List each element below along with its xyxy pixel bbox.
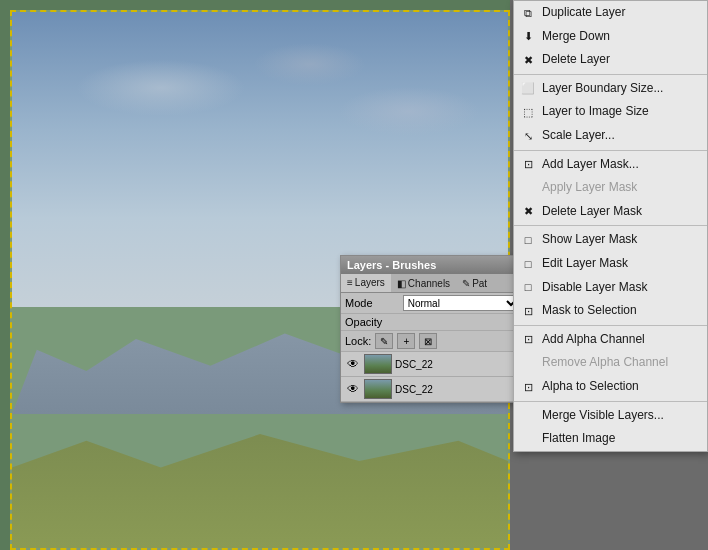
paths-tab-label: Pat [472, 278, 487, 289]
menu-separator [514, 401, 707, 402]
layers-panel: Layers - Brushes ≡ Layers ◧ Channels ✎ P… [340, 255, 525, 403]
menu-item-delete-layer[interactable]: ✖Delete Layer [514, 48, 707, 72]
menu-item-delete-layer-mask[interactable]: ✖Delete Layer Mask [514, 200, 707, 224]
layers-tabs: ≡ Layers ◧ Channels ✎ Pat [341, 274, 524, 293]
menu-separator [514, 225, 707, 226]
menu-item-remove-alpha-channel: Remove Alpha Channel [514, 351, 707, 375]
layer-1-visibility-icon[interactable]: 👁 [345, 356, 361, 372]
menu-separator [514, 325, 707, 326]
delete-layer-mask-label: Delete Layer Mask [542, 204, 642, 220]
mode-row: Mode Normal Multiply Screen [341, 293, 524, 314]
add-layer-mask-icon: ⊡ [520, 156, 536, 172]
menu-item-duplicate-layer[interactable]: ⧉Duplicate Layer [514, 1, 707, 25]
layers-tab-icon: ≡ [347, 277, 353, 288]
duplicate-layer-icon: ⧉ [520, 5, 536, 21]
menu-item-alpha-to-selection[interactable]: ⊡Alpha to Selection [514, 375, 707, 399]
lock-pencil-btn[interactable]: ✎ [375, 333, 393, 349]
menu-item-add-layer-mask[interactable]: ⊡Add Layer Mask... [514, 153, 707, 177]
tab-layers[interactable]: ≡ Layers [341, 274, 391, 292]
tab-channels[interactable]: ◧ Channels [391, 274, 456, 292]
context-menu: ⧉Duplicate Layer⬇Merge Down✖Delete Layer… [513, 0, 708, 452]
layer-boundary-size-icon: ⬜ [520, 81, 536, 97]
channels-tab-label: Channels [408, 278, 450, 289]
layer-row-2[interactable]: 👁 DSC_22 [341, 377, 524, 402]
flatten-image-label: Flatten Image [542, 431, 615, 447]
layer-to-image-size-icon: ⬚ [520, 104, 536, 120]
lock-all-btn[interactable]: ⊠ [419, 333, 437, 349]
paths-tab-icon: ✎ [462, 278, 470, 289]
add-layer-mask-label: Add Layer Mask... [542, 157, 639, 173]
menu-item-apply-layer-mask: Apply Layer Mask [514, 176, 707, 200]
delete-layer-label: Delete Layer [542, 52, 610, 68]
apply-layer-mask-label: Apply Layer Mask [542, 180, 637, 196]
tab-paths[interactable]: ✎ Pat [456, 274, 493, 292]
alpha-to-selection-icon: ⊡ [520, 379, 536, 395]
layers-tab-label: Layers [355, 277, 385, 288]
layer-1-name: DSC_22 [395, 359, 520, 370]
layer-1-thumbnail [364, 354, 392, 374]
merge-down-icon: ⬇ [520, 28, 536, 44]
layer-2-thumb-img [365, 380, 391, 398]
menu-item-layer-boundary-size[interactable]: ⬜Layer Boundary Size... [514, 77, 707, 101]
menu-item-edit-layer-mask[interactable]: □Edit Layer Mask [514, 252, 707, 276]
mask-to-selection-icon: ⊡ [520, 303, 536, 319]
clouds [12, 17, 508, 253]
layers-titlebar: Layers - Brushes [341, 256, 524, 274]
add-alpha-channel-label: Add Alpha Channel [542, 332, 645, 348]
layer-boundary-size-label: Layer Boundary Size... [542, 81, 663, 97]
menu-item-layer-to-image-size[interactable]: ⬚Layer to Image Size [514, 100, 707, 124]
scale-layer-icon: ⤡ [520, 128, 536, 144]
menu-item-add-alpha-channel[interactable]: ⊡Add Alpha Channel [514, 328, 707, 352]
lock-position-btn[interactable]: + [397, 333, 415, 349]
menu-item-merge-down[interactable]: ⬇Merge Down [514, 25, 707, 49]
merge-visible-layers-label: Merge Visible Layers... [542, 408, 664, 424]
mode-label: Mode [345, 297, 403, 309]
lock-row: Lock: ✎ + ⊠ [341, 331, 524, 352]
delete-layer-icon: ✖ [520, 52, 536, 68]
layer-to-image-size-label: Layer to Image Size [542, 104, 649, 120]
disable-layer-mask-icon: □ [520, 279, 536, 295]
menu-item-scale-layer[interactable]: ⤡Scale Layer... [514, 124, 707, 148]
menu-separator [514, 150, 707, 151]
layers-panel-title: Layers - Brushes [347, 259, 436, 271]
layer-2-thumbnail [364, 379, 392, 399]
channels-tab-icon: ◧ [397, 278, 406, 289]
menu-item-merge-visible-layers[interactable]: Merge Visible Layers... [514, 404, 707, 428]
opacity-label: Opacity [345, 316, 520, 328]
menu-separator [514, 74, 707, 75]
show-layer-mask-icon: □ [520, 232, 536, 248]
mode-select[interactable]: Normal Multiply Screen [403, 295, 520, 311]
layer-2-visibility-icon[interactable]: 👁 [345, 381, 361, 397]
menu-item-disable-layer-mask[interactable]: □Disable Layer Mask [514, 276, 707, 300]
menu-item-show-layer-mask[interactable]: □Show Layer Mask [514, 228, 707, 252]
merge-down-label: Merge Down [542, 29, 610, 45]
delete-layer-mask-icon: ✖ [520, 204, 536, 220]
mask-to-selection-label: Mask to Selection [542, 303, 637, 319]
alpha-to-selection-label: Alpha to Selection [542, 379, 639, 395]
show-layer-mask-label: Show Layer Mask [542, 232, 637, 248]
remove-alpha-channel-label: Remove Alpha Channel [542, 355, 668, 371]
lock-label: Lock: [345, 335, 371, 347]
menu-item-mask-to-selection[interactable]: ⊡Mask to Selection [514, 299, 707, 323]
opacity-row: Opacity [341, 314, 524, 331]
menu-item-flatten-image[interactable]: Flatten Image [514, 427, 707, 451]
edit-layer-mask-label: Edit Layer Mask [542, 256, 628, 272]
layer-2-name: DSC_22 [395, 384, 520, 395]
duplicate-layer-label: Duplicate Layer [542, 5, 625, 21]
scale-layer-label: Scale Layer... [542, 128, 615, 144]
add-alpha-channel-icon: ⊡ [520, 332, 536, 348]
layer-row-1[interactable]: 👁 DSC_22 [341, 352, 524, 377]
edit-layer-mask-icon: □ [520, 256, 536, 272]
disable-layer-mask-label: Disable Layer Mask [542, 280, 647, 296]
layer-1-thumb-img [365, 355, 391, 373]
hills [12, 414, 508, 548]
